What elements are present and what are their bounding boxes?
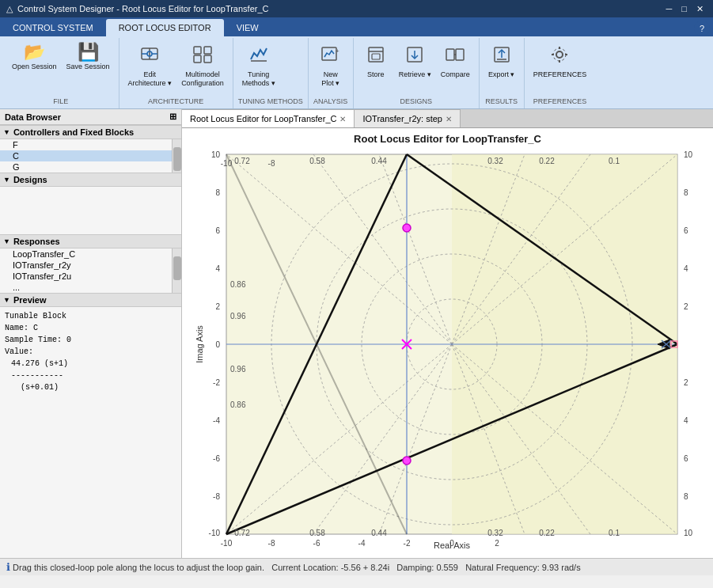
designs-list	[0, 187, 181, 234]
open-session-button[interactable]: 📂 Open Session	[8, 41, 61, 74]
ribbon-group-tuning: TuningMethods ▾ TUNING METHODS	[233, 38, 309, 108]
ribbon-group-arch-content: EditArchitecture ▾ MultimodelConfigurati…	[124, 40, 228, 96]
preview-content: Tunable Block Name: C Sample Time: 0 Val…	[0, 307, 181, 396]
svg-text:6: 6	[215, 226, 220, 235]
controller-item-f[interactable]: F	[0, 139, 172, 150]
svg-text:4: 4	[684, 416, 688, 425]
preferences-button[interactable]: PREFERENCES	[529, 41, 591, 82]
svg-rect-5	[194, 47, 201, 54]
controller-item-g[interactable]: G	[0, 161, 172, 173]
designs-arrow: ▼	[3, 176, 10, 184]
designs-section-header[interactable]: ▼ Designs	[0, 173, 181, 187]
svg-text:0.96: 0.96	[230, 365, 246, 374]
status-message: Drag this closed-loop pole along the loc…	[13, 563, 264, 572]
tab-iotransfer-close[interactable]: ✕	[446, 115, 452, 123]
tab-control-system[interactable]: CONTROL SYSTEM	[0, 19, 106, 36]
help-button[interactable]: ?	[694, 21, 710, 36]
responses-scroll-thumb	[173, 256, 181, 280]
controllers-list: F C G	[0, 139, 181, 173]
ribbon-group-preferences: PREFERENCES PREFERENCES	[525, 38, 596, 108]
compare-icon	[444, 44, 466, 69]
response-item-iotransfer-r2u[interactable]: IOTransfer_r2u	[0, 271, 172, 282]
tab-view[interactable]: VIEW	[224, 19, 271, 36]
svg-text:-8: -8	[267, 159, 275, 168]
svg-text:-2: -2	[403, 539, 410, 548]
svg-text:10: 10	[684, 529, 693, 537]
controller-item-c[interactable]: C	[0, 150, 172, 161]
svg-text:0.86: 0.86	[230, 400, 246, 409]
export-button[interactable]: Export ▾	[484, 41, 519, 82]
tuning-icon	[248, 44, 270, 69]
controllers-scroll-thumb	[173, 147, 181, 171]
save-session-label: Save Session	[66, 63, 110, 71]
response-item-more[interactable]: ...	[0, 282, 172, 293]
tab-root-locus-editor-content[interactable]: Root Locus Editor for LoopTransfer_C ✕	[182, 109, 355, 127]
results-group-label: RESULTS	[484, 96, 519, 107]
store-button[interactable]: Store	[358, 41, 393, 82]
svg-text:2: 2	[215, 302, 220, 311]
svg-point-24	[553, 48, 566, 61]
new-plot-button[interactable]: + NewPlot ▾	[313, 41, 348, 90]
sidebar-expand-icon[interactable]: ⊞	[169, 112, 176, 122]
preview-line2: Name: C	[5, 322, 176, 334]
save-session-icon: 💾	[78, 44, 99, 61]
main-area: Data Browser ⊞ ▼ Controllers and Fixed B…	[0, 109, 713, 558]
retrieve-icon	[404, 44, 426, 69]
svg-text:-4: -4	[358, 539, 365, 548]
sidebar-title: Data Browser	[5, 112, 61, 122]
preferences-icon	[548, 44, 571, 69]
svg-text:Imag Axis: Imag Axis	[195, 325, 204, 363]
tab-root-locus-close[interactable]: ✕	[339, 115, 346, 123]
preview-line4: Value:	[5, 346, 176, 358]
ribbon-group-designs-content: Store Retrieve ▾	[358, 40, 474, 96]
responses-arrow: ▼	[3, 237, 10, 245]
responses-section-header[interactable]: ▼ Responses	[0, 234, 181, 248]
ribbon-group-file-content: 📂 Open Session 💾 Save Session	[8, 40, 114, 96]
tab-root-locus-label: Root Locus Editor for LoopTransfer_C	[190, 114, 336, 123]
svg-text:10: 10	[210, 150, 220, 159]
tab-iotransfer-label: IOTransfer_r2y: step	[362, 114, 442, 123]
maximize-button[interactable]: □	[678, 4, 690, 14]
new-plot-label: NewPlot ▾	[321, 70, 339, 88]
sidebar-header: Data Browser ⊞	[0, 109, 181, 125]
controllers-arrow: ▼	[3, 128, 10, 136]
edit-arch-icon	[138, 44, 161, 69]
title-bar-text: Control System Designer - Root Locus Edi…	[17, 4, 269, 13]
response-item-iotransfer-r2y[interactable]: IOTransfer_r2y	[0, 260, 172, 271]
retrieve-button[interactable]: Retrieve ▾	[395, 41, 435, 82]
preview-numerator: 44.276 (s+1)	[11, 358, 176, 370]
compare-button[interactable]: Compare	[437, 41, 474, 82]
responses-list: LoopTransfer_C IOTransfer_r2y IOTransfer…	[0, 248, 181, 293]
preview-section-header[interactable]: ▼ Preview	[0, 293, 181, 307]
close-button[interactable]: ✕	[693, 4, 707, 14]
svg-text:2: 2	[684, 302, 688, 311]
responses-scrollbar[interactable]	[172, 248, 181, 293]
arch-group-label: ARCHITECTURE	[124, 96, 228, 107]
content-area: Root Locus Editor for LoopTransfer_C ✕ I…	[182, 109, 713, 558]
svg-rect-18	[456, 49, 464, 60]
controllers-section-header[interactable]: ▼ Controllers and Fixed Blocks	[0, 125, 181, 139]
minimize-button[interactable]: ─	[663, 4, 676, 14]
multimodel-icon	[192, 44, 214, 69]
svg-text:0.32: 0.32	[487, 529, 503, 537]
svg-text:0: 0	[449, 539, 454, 548]
response-item-looptransfer[interactable]: LoopTransfer_C	[0, 248, 172, 260]
ribbon-tabs: CONTROL SYSTEM ROOT LOCUS EDITOR VIEW ?	[0, 17, 713, 36]
controllers-scrollbar[interactable]	[172, 139, 181, 173]
svg-text:10: 10	[684, 150, 693, 159]
tab-root-locus-editor[interactable]: ROOT LOCUS EDITOR	[106, 19, 224, 36]
svg-text:0.72: 0.72	[234, 157, 250, 165]
svg-text:8: 8	[684, 492, 688, 501]
root-locus-plot[interactable]: Real Axis -10 -8 -6 -4 -2 0 2 Imag Axis …	[187, 146, 709, 558]
preview-line1: Tunable Block	[5, 310, 176, 322]
tab-iotransfer-step[interactable]: IOTransfer_r2y: step ✕	[355, 109, 460, 127]
edit-architecture-button[interactable]: EditArchitecture ▾	[124, 41, 176, 90]
tuning-methods-button[interactable]: TuningMethods ▾	[238, 41, 279, 90]
save-session-button[interactable]: 💾 Save Session	[63, 41, 114, 74]
svg-rect-6	[204, 47, 211, 54]
ribbon-group-analysis-content: + NewPlot ▾	[313, 40, 348, 96]
svg-text:-10: -10	[208, 529, 220, 537]
multimodel-button[interactable]: MultimodelConfiguration	[177, 41, 228, 90]
svg-text:0.44: 0.44	[371, 157, 387, 165]
ribbon-group-file: 📂 Open Session 💾 Save Session FILE	[3, 38, 119, 108]
